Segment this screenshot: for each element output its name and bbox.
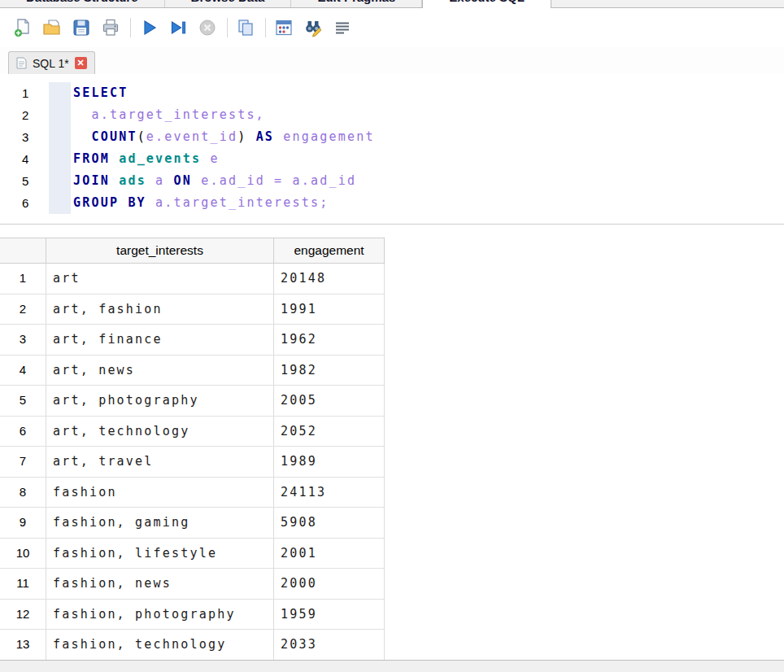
editor-results-splitter[interactable] — [0, 225, 784, 238]
table-row: 13fashion, technology2033 — [0, 630, 385, 661]
close-tab-icon[interactable]: ✕ — [75, 57, 87, 69]
results-table: target_interests engagement 1art201482ar… — [0, 238, 784, 661]
line-number: 6 — [0, 192, 49, 214]
row-number-cell[interactable]: 5 — [0, 386, 46, 416]
tab-edit-pragmas[interactable]: Edit Pragmas — [291, 0, 422, 7]
table-row: 3art, finance1962 — [0, 325, 385, 356]
table-row: 6art, technology2052 — [0, 417, 385, 447]
table-row: 7art, travel1989 — [0, 447, 385, 478]
line-number: 5 — [0, 170, 49, 192]
table-row: 4art, news1982 — [0, 356, 385, 386]
print-icon[interactable] — [99, 16, 122, 39]
main-tab-bar: Database StructureBrowse DataEdit Pragma… — [0, 0, 784, 8]
main-tab-label: Execute SQL — [423, 0, 551, 6]
target-interests-cell[interactable]: fashion, news — [46, 569, 274, 599]
engagement-cell[interactable]: 1962 — [274, 325, 385, 355]
target-interests-cell[interactable]: fashion, technology — [46, 630, 274, 660]
find-replace-icon[interactable] — [302, 16, 324, 39]
target-interests-cell[interactable]: art, fashion — [46, 295, 274, 325]
sql-plain: ) — [237, 129, 255, 144]
row-number-cell[interactable]: 8 — [0, 478, 46, 508]
editor-margin — [49, 82, 71, 214]
duplicate-tab-icon[interactable] — [234, 16, 257, 39]
target-interests-cell[interactable]: fashion, photography — [46, 600, 274, 630]
code-line: COUNT(e.event_id) AS engagement — [73, 126, 784, 148]
line-number: 2 — [0, 104, 49, 126]
main-tab-label: Edit Pragmas — [291, 0, 421, 6]
sql-toolbar — [0, 8, 784, 47]
tab-sql-1[interactable]: SQL 1* ✕ — [8, 51, 95, 74]
target-interests-cell[interactable]: fashion — [46, 478, 274, 508]
engagement-cell[interactable]: 2001 — [274, 539, 385, 569]
horizontal-scrollbar[interactable] — [0, 660, 784, 672]
target-interests-cell[interactable]: fashion, lifestyle — [46, 539, 274, 569]
engagement-cell[interactable]: 2005 — [274, 386, 385, 416]
row-number-cell[interactable]: 4 — [0, 356, 46, 386]
row-number-cell[interactable]: 2 — [0, 295, 46, 325]
save-sql-file-icon[interactable] — [70, 16, 93, 39]
sql-identifier: a — [146, 173, 174, 188]
engagement-cell[interactable]: 24113 — [274, 478, 385, 508]
row-number-cell[interactable]: 13 — [0, 630, 46, 660]
sql-identifier: e — [201, 151, 219, 166]
target-interests-cell[interactable]: fashion, gaming — [46, 508, 274, 538]
target-interests-cell[interactable]: art, news — [46, 356, 274, 386]
execute-all-icon[interactable] — [137, 16, 160, 39]
engagement-cell[interactable]: 2052 — [274, 417, 385, 447]
sql-keyword: ON — [174, 173, 192, 188]
sql-table-name: ads — [110, 173, 146, 188]
target-interests-cell[interactable]: art, photography — [46, 386, 274, 416]
column-header-engagement[interactable]: engagement — [274, 238, 385, 263]
sql-keyword: FROM — [73, 151, 110, 166]
code-line: JOIN ads a ON e.ad_id = a.ad_id — [73, 170, 784, 192]
toolbar-separator — [130, 18, 131, 37]
engagement-cell[interactable]: 1989 — [274, 447, 385, 477]
engagement-cell[interactable]: 2033 — [274, 630, 385, 660]
db-browser-execute-sql-panel: Database StructureBrowse DataEdit Pragma… — [0, 0, 784, 672]
engagement-cell[interactable]: 20148 — [274, 264, 385, 294]
count-rows-icon[interactable] — [272, 16, 295, 39]
sql-plain — [73, 107, 91, 122]
format-lines-icon[interactable] — [331, 16, 354, 39]
target-interests-cell[interactable]: art, travel — [46, 447, 274, 477]
table-row: 9fashion, gaming5908 — [0, 508, 385, 539]
code-line: a.target_interests, — [73, 104, 784, 126]
tab-browse-data[interactable]: Browse Data — [165, 0, 292, 7]
engagement-cell[interactable]: 2000 — [274, 569, 385, 599]
column-header-target-interests[interactable]: target_interests — [46, 238, 274, 263]
execute-current-line-icon[interactable] — [167, 16, 189, 39]
engagement-cell[interactable]: 1959 — [274, 600, 385, 630]
tab-execute-sql[interactable]: Execute SQL — [422, 0, 551, 8]
engagement-cell[interactable]: 1982 — [274, 356, 385, 386]
row-number-cell[interactable]: 7 — [0, 447, 46, 477]
new-sql-file-icon[interactable] — [11, 16, 34, 39]
row-number-cell[interactable]: 11 — [0, 569, 46, 599]
row-number-cell[interactable]: 12 — [0, 600, 46, 630]
code-line: GROUP BY a.target_interests; — [73, 192, 784, 214]
target-interests-cell[interactable]: art — [46, 264, 274, 294]
sql-plain: ( — [137, 129, 146, 144]
sql-table-name: ad_events — [110, 151, 201, 166]
row-number-cell[interactable]: 3 — [0, 325, 46, 355]
table-row: 10fashion, lifestyle2001 — [0, 539, 385, 569]
document-icon — [16, 57, 27, 69]
target-interests-cell[interactable]: art, technology — [46, 417, 274, 447]
table-row: 1art20148 — [0, 264, 385, 295]
row-number-cell[interactable]: 1 — [0, 264, 46, 294]
tab-database-structure[interactable]: Database Structure — [0, 0, 165, 7]
open-sql-file-icon[interactable] — [41, 16, 63, 39]
engagement-cell[interactable]: 5908 — [274, 508, 385, 538]
sql-editor[interactable]: 123456 SELECT a.target_interests, COUNT(… — [0, 74, 784, 225]
target-interests-cell[interactable]: art, finance — [46, 325, 274, 355]
editor-code[interactable]: SELECT a.target_interests, COUNT(e.event… — [73, 82, 784, 214]
results-body: 1art201482art, fashion19913art, finance1… — [0, 264, 385, 661]
row-number-cell[interactable]: 9 — [0, 508, 46, 538]
sql-identifier: a.target_interests; — [146, 195, 329, 210]
stop-icon[interactable] — [196, 16, 219, 39]
line-number: 1 — [0, 82, 49, 104]
engagement-cell[interactable]: 1991 — [274, 295, 385, 325]
row-number-cell[interactable]: 6 — [0, 417, 46, 447]
row-number-cell[interactable]: 10 — [0, 539, 46, 569]
sql-plain — [73, 129, 91, 144]
editor-gutter: 123456 — [0, 82, 49, 214]
